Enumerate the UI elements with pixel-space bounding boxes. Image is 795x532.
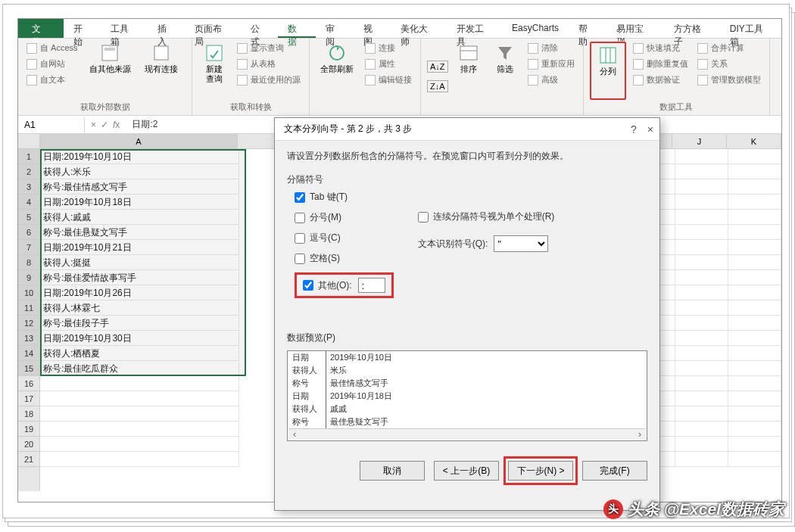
cell[interactable]: 日期:2019年10月10日 [40,149,239,164]
row-header[interactable]: 20 [18,437,39,452]
row-header[interactable]: 14 [18,346,39,361]
row-header[interactable]: 15 [18,361,39,376]
delim-other-input[interactable] [358,278,385,293]
tab-页面布局[interactable]: 页面布局 [185,19,240,38]
cell[interactable]: 日期:2019年10月26日 [40,285,239,300]
col-header-a[interactable]: A [40,134,238,148]
row-header[interactable]: 5 [18,210,39,225]
from-table[interactable]: 从表格 [235,58,303,70]
refresh-all[interactable]: 全部刷新 [316,42,358,111]
sort-za-icon[interactable]: Z↓A [427,80,448,92]
recent-sources[interactable]: 最近使用的源 [235,73,303,86]
tab-审阅[interactable]: 审阅 [316,19,354,38]
row-header[interactable]: 3 [18,179,39,194]
row-header[interactable]: 10 [18,285,39,300]
row-header[interactable]: 16 [18,376,39,391]
remove-dup[interactable]: 删除重复值 [631,58,691,70]
relationships[interactable]: 关系 [695,58,763,70]
cell[interactable]: 日期:2019年10月21日 [40,240,239,255]
tab-视图[interactable]: 视图 [354,19,391,38]
from-web[interactable]: 自网站 [24,58,80,70]
cell[interactable]: 称号:最佳段子手 [40,316,239,331]
row-header[interactable]: 13 [18,331,39,346]
tab-工具箱[interactable]: 工具箱 [101,19,148,38]
col-header[interactable]: J [672,134,727,148]
row-header[interactable]: 2 [18,164,39,179]
connections[interactable]: 连接 [363,42,414,54]
row-header[interactable]: 12 [18,316,39,331]
delim-other[interactable]: 其他(O): [303,279,352,292]
tab-插入[interactable]: 插入 [148,19,186,38]
flash-fill[interactable]: 快速填充 [631,42,691,54]
edit-links[interactable]: 编辑链接 [363,73,414,86]
sort-az-icon[interactable]: A↓Z [427,61,448,73]
tab-方方格子[interactable]: 方方格子 [664,19,719,38]
back-button[interactable]: < 上一步(B) [434,461,499,481]
tab-开发工具[interactable]: 开发工具 [447,19,502,38]
tab-数据[interactable]: 数据 [278,19,316,38]
row-header[interactable]: 17 [18,391,39,406]
cell[interactable]: 获得人:林霖七 [40,300,239,316]
cell[interactable]: 称号:最佳爱情故事写手 [40,270,239,285]
delim-space[interactable]: 空格(S) [295,252,394,265]
tab-EasyCharts[interactable]: EasyCharts [502,19,569,38]
row-header[interactable]: 1 [18,149,39,164]
cell[interactable]: 称号:最佳情感文写手 [40,179,239,194]
delim-tab[interactable]: Tab 键(T) [295,191,394,204]
show-queries[interactable]: 显示查询 [235,42,303,54]
col-header[interactable]: K [727,134,781,148]
confirm-edit-icon[interactable]: ✓ [101,120,108,130]
row-header[interactable]: 8 [18,255,39,270]
delim-semicolon[interactable]: 分号(M) [295,211,394,224]
cell[interactable]: 称号:最佳悬疑文写手 [40,225,239,240]
filter-button[interactable]: 筛选 [489,42,521,111]
advanced-filter[interactable]: 高级 [525,73,577,86]
consolidate[interactable]: 合并计算 [695,42,763,54]
help-icon[interactable]: ? [631,123,637,135]
row-header[interactable]: 7 [18,240,39,255]
cell[interactable]: 日期:2019年10月30日 [40,331,239,346]
cell[interactable] [40,452,239,467]
row-header[interactable]: 9 [18,270,39,285]
row-header[interactable]: 4 [18,194,39,210]
tab-file[interactable]: 文件 [18,19,64,38]
reapply[interactable]: 重新应用 [525,58,577,70]
text-to-columns-button[interactable]: 分列 [592,44,624,78]
from-text[interactable]: 自文本 [24,73,80,86]
cell[interactable] [40,437,239,452]
data-validation[interactable]: 数据验证 [631,73,691,86]
cell[interactable]: 日期:2019年10月18日 [40,194,239,210]
tab-美化大师[interactable]: 美化大师 [391,19,446,38]
tab-帮助[interactable]: 帮助 [569,19,606,38]
delim-comma[interactable]: 逗号(C) [295,232,394,244]
finish-button[interactable]: 完成(F) [582,461,647,481]
cell[interactable]: 获得人:挺挺 [40,255,239,270]
new-query[interactable]: 新建 查询 [198,42,230,100]
cancel-edit-icon[interactable]: × [91,120,96,130]
consecutive-delim[interactable]: 连续分隔符号视为单个处理(R) [418,210,555,223]
tab-DIY工具箱[interactable]: DIY工具箱 [720,19,781,38]
row-header[interactable]: 11 [18,300,39,316]
preview-scrollbar[interactable]: ‹› [288,428,646,440]
cell[interactable]: 获得人:戚戚 [40,210,239,225]
name-box[interactable]: A1 [18,117,85,132]
text-qualifier-select[interactable]: " [494,235,548,252]
from-other[interactable]: 自其他来源 [85,42,136,100]
cell[interactable] [40,406,239,422]
data-model[interactable]: 管理数据模型 [695,73,763,86]
cell[interactable] [40,376,239,391]
next-button[interactable]: 下一步(N) > [508,461,573,481]
cell[interactable] [40,422,239,437]
row-header[interactable]: 6 [18,225,39,240]
cell[interactable] [40,391,239,406]
cell[interactable]: 称号:最佳吃瓜群众 [40,361,239,376]
properties[interactable]: 属性 [363,58,414,70]
cell[interactable]: 获得人:米乐 [40,164,239,179]
tab-易用宝 ™[interactable]: 易用宝 ™ [606,19,665,38]
row-header[interactable]: 18 [18,406,39,422]
existing-conn[interactable]: 现有连接 [140,42,182,100]
sort-button[interactable]: 排序 [453,42,485,111]
tab-开始[interactable]: 开始 [64,19,101,38]
row-header[interactable]: 19 [18,422,39,437]
close-icon[interactable]: × [647,123,653,135]
